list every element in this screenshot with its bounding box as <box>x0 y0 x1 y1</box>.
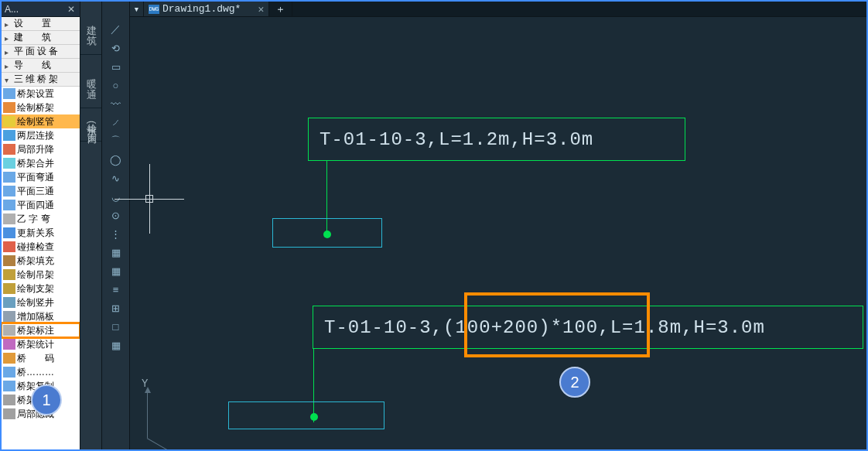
tab-menu-dropdown[interactable]: ▾ <box>130 2 144 16</box>
command-item[interactable]: 局部升降 <box>2 142 80 156</box>
draw-tool-icon[interactable]: 〰 <box>108 96 124 111</box>
command-item[interactable]: 绘制竖井 <box>2 296 80 309</box>
command-icon <box>3 283 15 294</box>
command-icon <box>3 241 15 252</box>
command-label: 乙 字 弯 <box>17 213 50 226</box>
draw-tool-icon[interactable]: ▦ <box>108 337 124 353</box>
tab-close-icon[interactable]: ✕ <box>258 3 264 15</box>
command-item[interactable]: 桥架标注 <box>2 323 80 337</box>
annotation-text-1: T-01-10-3,L=1.2m,H=3.0m <box>320 129 593 150</box>
highlight-box-2 <box>464 292 650 357</box>
command-item[interactable]: 平面三通 <box>2 184 80 198</box>
ucs-x-axis <box>147 438 187 451</box>
command-label: 绘制支架 <box>17 282 54 296</box>
file-tab-active[interactable]: DWG Drawing1.dwg* ✕ <box>144 2 269 16</box>
leader-anchor-1 <box>323 231 331 238</box>
draw-tool-icon[interactable]: ⌒ <box>108 133 124 149</box>
tree-item-label: 设 置 <box>14 17 51 30</box>
tree-item[interactable]: 建 筑 <box>2 31 80 45</box>
palette-title: A... <box>5 3 19 15</box>
command-icon <box>3 130 15 141</box>
close-icon[interactable]: ✕ <box>66 3 77 15</box>
tree-item[interactable]: 导 线 <box>2 59 80 73</box>
discipline-tabs: 建筑 暖通 给排水(室内) <box>80 2 102 449</box>
draw-tool-icon[interactable]: ⟋ <box>108 114 124 130</box>
command-label: 平面四通 <box>17 199 54 212</box>
draw-tool-icon[interactable]: ⊞ <box>108 300 124 316</box>
command-item[interactable]: 桥架设置 <box>2 87 80 101</box>
command-item[interactable]: 平面四通 <box>2 198 80 212</box>
command-icon <box>3 88 15 99</box>
plus-icon: ＋ <box>275 2 285 16</box>
tray-shape-2[interactable] <box>228 401 384 429</box>
command-icon <box>3 325 15 336</box>
command-item[interactable]: 更新关系 <box>2 226 80 240</box>
new-tab-button[interactable]: ＋ <box>269 2 292 16</box>
command-label: 局部升降 <box>17 143 54 156</box>
tab-hvac[interactable]: 暖通 <box>80 55 101 108</box>
command-label: 绘制竖管 <box>17 115 54 128</box>
drawing-canvas[interactable]: T-01-10-3,L=1.2m,H=3.0m T-01-10-3, (100+… <box>130 17 866 449</box>
tree-item[interactable]: 平面设备 <box>2 45 80 59</box>
command-item[interactable]: 绘制桥架 <box>2 101 80 114</box>
annotation-callout-1[interactable]: T-01-10-3,L=1.2m,H=3.0m <box>308 118 685 161</box>
command-label: 桥架合并 <box>17 157 54 170</box>
palette-title-bar[interactable]: A... ✕ <box>2 2 80 17</box>
command-label: 绘制吊架 <box>17 268 54 282</box>
command-icon <box>3 227 15 238</box>
category-tree: 设 置建 筑平面设备导 线三维桥架 <box>2 17 80 87</box>
draw-tool-icon[interactable]: ▦ <box>108 244 124 260</box>
command-icon <box>3 297 15 308</box>
command-label: 平面三通 <box>17 185 54 198</box>
command-item[interactable]: 绘制竖管 <box>2 114 80 128</box>
draw-tool-icon[interactable]: ⟲ <box>108 40 124 56</box>
cursor-pickbox <box>145 195 153 203</box>
draw-tool-icon[interactable]: ／ <box>108 22 124 37</box>
chevron-right-icon <box>5 60 14 71</box>
command-icon <box>3 255 15 266</box>
command-icon <box>3 381 15 391</box>
command-item[interactable]: 绘制吊架 <box>2 268 80 282</box>
command-item[interactable]: 桥架填充 <box>2 254 80 268</box>
chevron-right-icon <box>5 19 14 29</box>
tab-building[interactable]: 建筑 <box>80 2 101 55</box>
tree-item-label: 三维桥架 <box>14 73 60 86</box>
chevron-right-icon <box>5 46 14 57</box>
tree-item[interactable]: 三维桥架 <box>2 73 80 87</box>
cursor-crosshair <box>114 164 184 234</box>
ucs-y-label: Y <box>142 378 148 390</box>
command-item[interactable]: 增加隔板 <box>2 309 80 323</box>
command-icon <box>3 102 15 113</box>
tree-item-label: 建 筑 <box>14 31 51 44</box>
command-label: 碰撞检查 <box>17 241 54 254</box>
draw-tool-icon[interactable]: ≡ <box>108 282 124 297</box>
command-label: 桥架标注 <box>17 324 54 337</box>
badge-number: 1 <box>42 391 50 409</box>
command-icon <box>3 144 15 155</box>
command-item[interactable]: 桥 码 <box>2 351 80 365</box>
command-icon <box>3 269 15 280</box>
tree-item[interactable]: 设 置 <box>2 17 80 31</box>
command-item[interactable]: 桥架统计 <box>2 337 80 351</box>
chevron-right-icon <box>5 32 14 43</box>
draw-tool-icon[interactable]: □ <box>108 319 124 334</box>
command-item[interactable]: 平面弯通 <box>2 170 80 184</box>
command-item[interactable]: 两层连接 <box>2 128 80 142</box>
command-icon <box>3 158 15 169</box>
chevron-down-icon <box>5 74 14 85</box>
command-icon <box>3 367 15 378</box>
command-item[interactable]: 碰撞检查 <box>2 240 80 254</box>
draw-tool-icon[interactable]: ▭ <box>108 59 124 74</box>
tab-plumbing[interactable]: 给排水(室内) <box>80 108 101 142</box>
command-item[interactable]: 桥架合并 <box>2 156 80 170</box>
draw-tool-icon[interactable]: ○ <box>108 77 124 93</box>
command-item[interactable]: 乙 字 弯 <box>2 212 80 226</box>
draw-tool-icon[interactable]: ▦ <box>108 263 124 278</box>
command-icon <box>3 116 15 127</box>
chevron-down-icon: ▾ <box>134 3 140 15</box>
command-label: 桥……… <box>17 366 54 379</box>
command-label: 增加隔板 <box>17 310 54 323</box>
command-item[interactable]: 桥……… <box>2 365 80 379</box>
command-item[interactable]: 绘制支架 <box>2 282 80 296</box>
tool-palette: A... ✕ 设 置建 筑平面设备导 线三维桥架 桥架设置绘制桥架绘制竖管两层连… <box>2 2 80 449</box>
